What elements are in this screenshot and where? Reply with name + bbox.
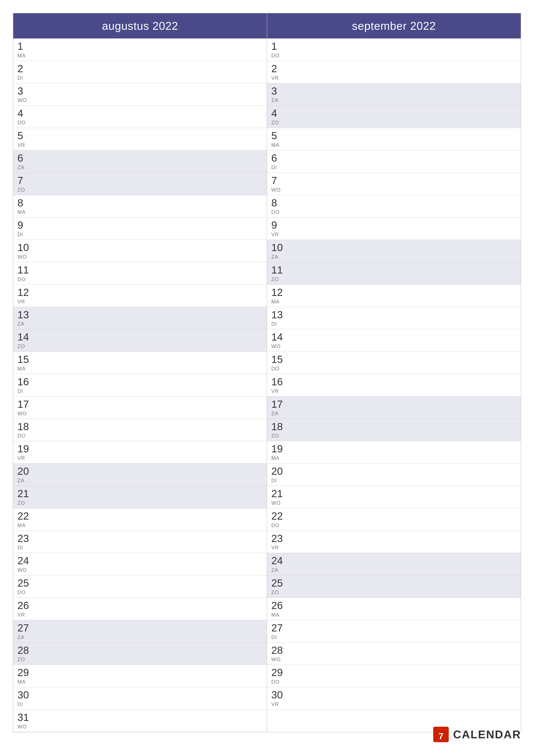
day-row: 24ZA	[267, 553, 521, 576]
day-info: 2VR	[271, 63, 291, 81]
day-abbr: WO	[271, 500, 291, 506]
day-row: 30VR	[267, 687, 521, 710]
day-row: 1DO	[267, 39, 521, 61]
day-row: 7ZO	[13, 173, 267, 195]
day-info: 20ZA	[17, 466, 37, 484]
day-row: 5VR	[13, 128, 267, 150]
day-abbr: ZA	[271, 97, 291, 103]
day-info: 1DO	[271, 41, 291, 59]
day-row: 27ZA	[13, 620, 267, 643]
september-column: 1DO2VR3ZA4ZO5MA6DI7WO8DO9VR10ZA11ZO12MA1…	[267, 39, 521, 732]
day-info: 13ZA	[17, 309, 37, 327]
day-row: 16VR	[267, 374, 521, 396]
day-info: 4DO	[17, 108, 37, 126]
day-info: 14WO	[271, 332, 291, 349]
day-row: 11DO	[13, 262, 267, 285]
day-row: 8MA	[13, 195, 267, 218]
day-row: 12MA	[267, 285, 521, 307]
day-row: 17ZA	[267, 396, 521, 419]
day-number: 8	[271, 198, 291, 209]
day-abbr: DI	[17, 388, 37, 394]
day-info: 7WO	[271, 175, 291, 193]
day-abbr: ZO	[271, 589, 291, 595]
september-header: september 2022	[267, 13, 521, 39]
day-row: 28ZO	[13, 643, 267, 665]
day-info: 28WO	[271, 645, 291, 663]
day-abbr: VR	[17, 299, 37, 305]
day-number: 9	[271, 220, 291, 231]
day-abbr: DI	[271, 477, 291, 484]
day-abbr: DO	[271, 523, 291, 528]
day-row: 8DO	[267, 195, 521, 218]
day-abbr: DI	[271, 321, 291, 327]
day-number: 15	[271, 354, 291, 365]
day-info: 24WO	[17, 555, 37, 573]
day-row: 13ZA	[13, 307, 267, 330]
day-abbr: DO	[271, 679, 291, 685]
day-info: 18DO	[17, 421, 37, 439]
day-abbr: ZA	[17, 477, 37, 484]
day-number: 24	[17, 555, 37, 567]
day-number: 3	[17, 86, 37, 97]
day-number: 28	[17, 645, 37, 656]
day-info: 5MA	[271, 130, 291, 148]
calendar-page: augustus 2022 september 2022 1MA2DI3WO4D…	[0, 0, 534, 756]
day-row: 31WO	[13, 710, 267, 732]
day-info: 17WO	[17, 399, 37, 417]
day-row: 6DI	[267, 150, 521, 173]
day-number: 12	[271, 287, 291, 298]
day-abbr: VR	[17, 455, 37, 461]
day-info: 18ZO	[271, 421, 291, 439]
day-row: 30DI	[13, 687, 267, 710]
day-abbr: VR	[271, 388, 291, 394]
day-info: 22DO	[271, 511, 291, 528]
day-number: 20	[271, 466, 291, 477]
day-number: 22	[271, 511, 291, 522]
day-abbr: ZA	[17, 634, 37, 640]
day-row: 15MA	[13, 352, 267, 374]
day-number: 10	[17, 242, 37, 254]
day-info: 9VR	[271, 220, 291, 237]
day-abbr: VR	[17, 612, 37, 618]
day-number: 11	[271, 264, 291, 276]
day-info: 1MA	[17, 41, 37, 59]
day-info: 26MA	[271, 600, 291, 618]
day-abbr: WO	[271, 657, 291, 662]
day-row: 10ZA	[267, 240, 521, 262]
day-row: 18ZO	[267, 419, 521, 441]
day-number: 9	[17, 220, 37, 231]
calendar-icon: 7	[432, 726, 449, 743]
day-row: 29MA	[13, 665, 267, 687]
day-abbr: ZO	[17, 343, 37, 349]
day-abbr: DI	[17, 231, 37, 237]
day-row: 20ZA	[13, 464, 267, 486]
day-info: 27ZA	[17, 622, 37, 640]
day-number: 21	[271, 488, 291, 500]
day-info: 10WO	[17, 242, 37, 260]
day-row: 27DI	[267, 620, 521, 643]
day-abbr: MA	[17, 53, 37, 59]
day-row: 14ZO	[13, 329, 267, 352]
day-number: 4	[271, 108, 291, 119]
day-abbr: VR	[271, 545, 291, 551]
day-row: 28WO	[267, 643, 521, 665]
day-abbr: DO	[17, 276, 37, 282]
day-info: 31WO	[17, 712, 37, 730]
day-abbr: DI	[271, 634, 291, 640]
day-number: 19	[271, 443, 291, 455]
day-row: 14WO	[267, 329, 521, 352]
day-row: 5MA	[267, 128, 521, 150]
day-info: 14ZO	[17, 332, 37, 349]
day-row: 22MA	[13, 508, 267, 531]
day-number: 1	[17, 41, 37, 52]
day-number: 8	[17, 198, 37, 209]
day-number: 6	[271, 152, 291, 164]
day-abbr: ZO	[271, 276, 291, 282]
day-row: 2VR	[267, 61, 521, 83]
day-info: 16VR	[271, 376, 291, 394]
day-row: 13DI	[267, 307, 521, 330]
day-abbr: DI	[17, 75, 37, 81]
day-info: 22MA	[17, 511, 37, 528]
day-row: 1MA	[13, 39, 267, 61]
day-row: 9VR	[267, 217, 521, 240]
